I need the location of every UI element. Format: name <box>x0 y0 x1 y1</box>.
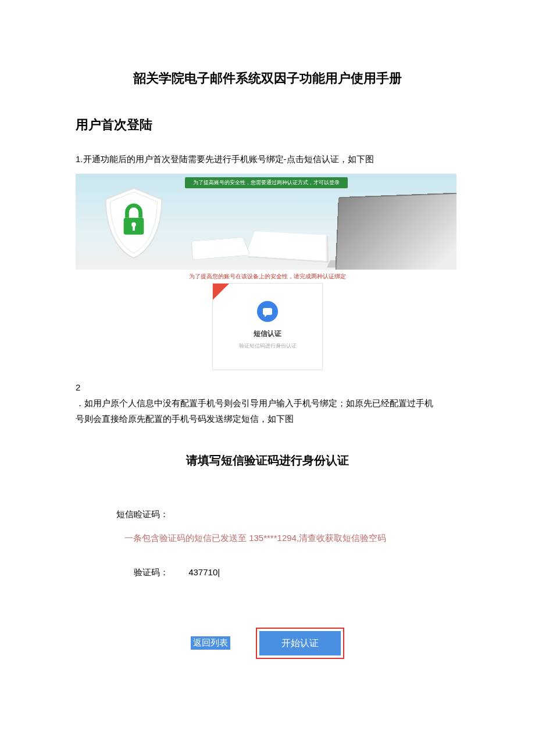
code-input-line: 验证码： 437710| <box>134 567 459 578</box>
sms-code-label: 短信睑证码： <box>116 509 459 520</box>
sms-sent-notice: 一条包含验证码的短信已发送至 135****1294,清查收获取短信验空码 <box>124 533 459 544</box>
sms-auth-card[interactable]: 短信认证 验证短信码进行身份认证 <box>212 283 323 370</box>
start-auth-highlight-box: 开始认证 <box>256 628 344 659</box>
start-auth-button[interactable]: 开始认证 <box>259 631 341 655</box>
step1-text: 1.开通功能后的用户首次登陆需要先进行手机账号绑定-点击短信认证，如下图 <box>76 151 459 167</box>
sms-card-section: 为了提高您的账号在该设备上的安全性，请完成两种认证绑定 短信认证 验证短信码进行… <box>76 273 459 372</box>
banner-green-message: 为了提高账号的安全性，您需要通过两种认证方式，才可以登录 <box>185 177 348 188</box>
return-list-button[interactable]: 返回列表 <box>191 636 230 650</box>
sms-card-title: 短信认证 <box>213 329 322 339</box>
step2-text: 2 ．如用户原个人信息中没有配置手机号则会引导用户输入手机号绑定；如原先已经配置… <box>76 379 459 427</box>
shield-lock-icon <box>99 185 169 261</box>
sms-bubble-icon <box>257 301 278 322</box>
code-input[interactable]: 437710| <box>188 567 220 577</box>
step2-number: 2 <box>76 379 92 395</box>
sms-card-desc: 验证短信码进行身份认证 <box>213 342 322 350</box>
verify-form-title: 请填写短信验证码进行身份认证 <box>76 453 459 468</box>
corner-ribbon-icon <box>213 284 229 300</box>
verification-form: 短信睑证码： 一条包含验证码的短信已发送至 135****1294,清查收获取短… <box>116 509 459 578</box>
code-label: 验证码： <box>134 567 169 577</box>
sms-card-caption: 为了提高您的账号在该设备上的安全性，请完成两种认证绑定 <box>76 273 459 281</box>
document-title: 韶关学院电子邮件系统双因子功能用户使用手册 <box>76 70 459 87</box>
step2-body: ．如用户原个人信息中没有配置手机号则会引导用户输入手机号绑定；如原先已经配置过手… <box>76 395 441 427</box>
svg-rect-2 <box>133 225 135 231</box>
security-banner-illustration: 为了提高账号的安全性，您需要通过两种认证方式，才可以登录 <box>76 174 456 270</box>
button-row: 返回列表 开始认证 <box>76 628 459 659</box>
section-heading-first-login: 用户首次登陆 <box>76 116 459 134</box>
